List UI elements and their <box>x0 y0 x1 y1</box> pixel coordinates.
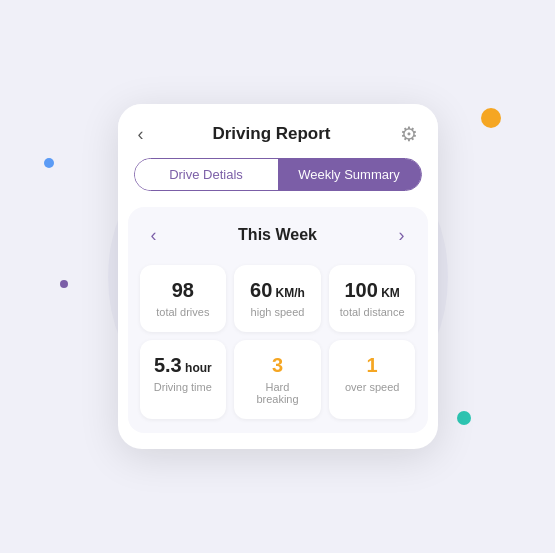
stat-value-total-distance: 100 KM <box>339 279 406 302</box>
stat-value-high-speed: 60 KM/h <box>244 279 311 302</box>
week-nav: ‹ This Week › <box>140 221 416 249</box>
stat-label-driving-time: Driving time <box>150 381 217 393</box>
back-button[interactable]: ‹ <box>138 124 144 145</box>
stat-value-total-drives: 98 <box>150 279 217 302</box>
stat-value-driving-time: 5.3 hour <box>150 354 217 377</box>
dot-teal <box>457 411 471 425</box>
week-label: This Week <box>238 226 317 244</box>
stat-label-total-drives: total drives <box>150 306 217 318</box>
stat-hard-breaking: 3 Hard breaking <box>234 340 321 419</box>
stat-value-hard-breaking: 3 <box>244 354 311 377</box>
next-week-button[interactable]: › <box>388 221 416 249</box>
stat-total-drives: 98 total drives <box>140 265 227 332</box>
stats-grid: 98 total drives 60 KM/h high speed 100 K… <box>140 265 416 419</box>
stat-high-speed: 60 KM/h high speed <box>234 265 321 332</box>
unit-high-speed: KM/h <box>272 286 305 300</box>
dot-orange <box>481 108 501 128</box>
stat-label-hard-breaking: Hard breaking <box>244 381 311 405</box>
stat-driving-time: 5.3 hour Driving time <box>140 340 227 419</box>
content-area: ‹ This Week › 98 total drives 60 KM/h hi… <box>128 207 428 433</box>
prev-week-button[interactable]: ‹ <box>140 221 168 249</box>
settings-icon[interactable]: ⚙ <box>400 122 418 146</box>
dot-blue <box>44 158 54 168</box>
back-icon: ‹ <box>138 124 144 145</box>
card-header: ‹ Driving Report ⚙ <box>118 104 438 158</box>
phone-card: ‹ Driving Report ⚙ Drive Detials Weekly … <box>118 104 438 449</box>
tab-weekly-summary[interactable]: Weekly Summary <box>278 159 421 190</box>
tab-drive-details[interactable]: Drive Detials <box>135 159 278 190</box>
unit-driving-time: hour <box>182 361 212 375</box>
stat-label-total-distance: total distance <box>339 306 406 318</box>
dot-purple <box>60 280 68 288</box>
page-title: Driving Report <box>212 124 330 144</box>
stat-value-over-speed: 1 <box>339 354 406 377</box>
stat-total-distance: 100 KM total distance <box>329 265 416 332</box>
card-wrapper: ‹ Driving Report ⚙ Drive Detials Weekly … <box>118 104 438 449</box>
stat-label-over-speed: over speed <box>339 381 406 393</box>
stat-label-high-speed: high speed <box>244 306 311 318</box>
tab-bar: Drive Detials Weekly Summary <box>134 158 422 191</box>
unit-total-distance: KM <box>378 286 400 300</box>
stat-over-speed: 1 over speed <box>329 340 416 419</box>
